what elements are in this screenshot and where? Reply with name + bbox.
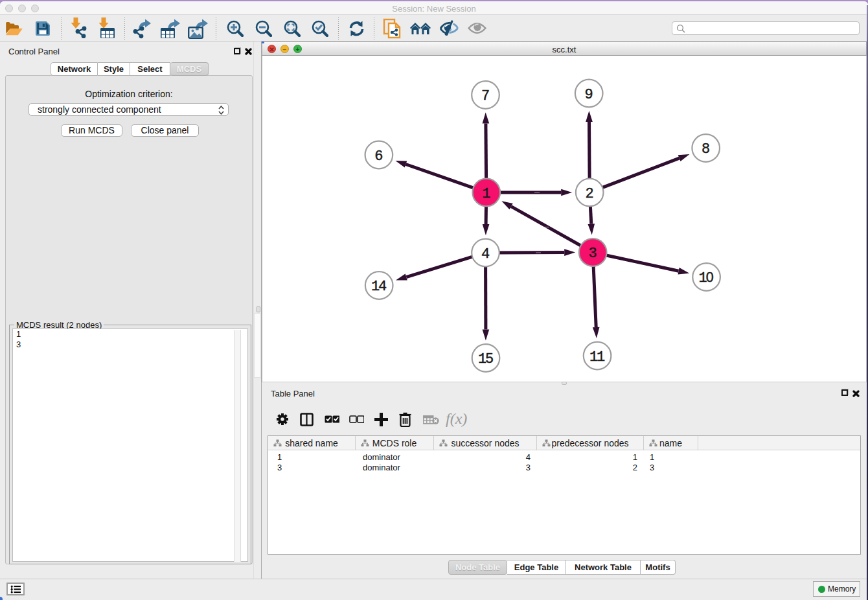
- svg-text:0: 0: [706, 270, 714, 285]
- svg-text:8: 8: [702, 141, 710, 157]
- svg-text:15: 15: [478, 351, 493, 367]
- svg-text:11: 11: [589, 349, 605, 365]
- svg-text:7: 7: [481, 88, 490, 104]
- svg-text:4: 4: [481, 246, 490, 262]
- svg-text:3: 3: [589, 246, 597, 262]
- svg-text:1: 1: [482, 186, 490, 202]
- svg-text:2: 2: [586, 186, 594, 202]
- svg-text:14: 14: [371, 279, 387, 295]
- svg-text:6: 6: [374, 148, 383, 165]
- svg-text:9: 9: [585, 87, 593, 103]
